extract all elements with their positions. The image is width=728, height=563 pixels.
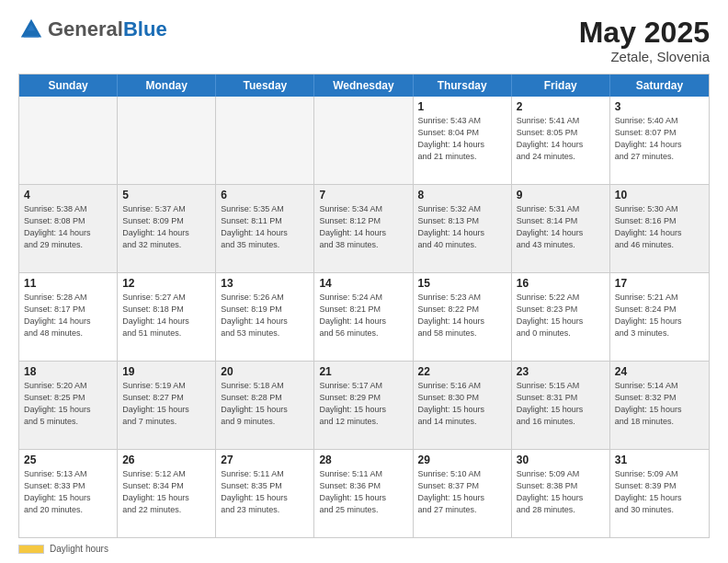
day-info: Sunrise: 5:40 AM Sunset: 8:07 PM Dayligh… <box>615 115 704 163</box>
day-cell-30: 30Sunrise: 5:09 AM Sunset: 8:38 PM Dayli… <box>512 450 610 537</box>
day-info: Sunrise: 5:12 AM Sunset: 8:34 PM Dayligh… <box>122 468 210 516</box>
day-number: 8 <box>418 189 506 201</box>
day-cell-25: 25Sunrise: 5:13 AM Sunset: 8:33 PM Dayli… <box>19 450 118 537</box>
day-number: 1 <box>418 100 506 113</box>
day-cell-19: 19Sunrise: 5:19 AM Sunset: 8:27 PM Dayli… <box>118 362 216 449</box>
day-number: 31 <box>615 454 704 466</box>
day-cell-2: 2Sunrise: 5:41 AM Sunset: 8:05 PM Daylig… <box>512 97 610 184</box>
day-info: Sunrise: 5:16 AM Sunset: 8:30 PM Dayligh… <box>418 380 506 428</box>
day-cell-11: 11Sunrise: 5:28 AM Sunset: 8:17 PM Dayli… <box>19 273 118 361</box>
day-cell-13: 13Sunrise: 5:26 AM Sunset: 8:19 PM Dayli… <box>216 273 314 361</box>
day-cell-7: 7Sunrise: 5:34 AM Sunset: 8:12 PM Daylig… <box>314 185 413 272</box>
day-number: 3 <box>615 100 704 113</box>
day-cell-28: 28Sunrise: 5:11 AM Sunset: 8:36 PM Dayli… <box>314 450 413 537</box>
day-info: Sunrise: 5:09 AM Sunset: 8:38 PM Dayligh… <box>517 468 605 516</box>
calendar-row-3: 11Sunrise: 5:28 AM Sunset: 8:17 PM Dayli… <box>19 272 709 361</box>
day-number: 13 <box>221 277 309 290</box>
day-info: Sunrise: 5:35 AM Sunset: 8:11 PM Dayligh… <box>221 203 309 251</box>
logo-general: General <box>48 17 123 40</box>
day-number: 7 <box>319 189 407 201</box>
day-cell-29: 29Sunrise: 5:10 AM Sunset: 8:37 PM Dayli… <box>414 450 512 537</box>
calendar-body: 1Sunrise: 5:43 AM Sunset: 8:04 PM Daylig… <box>19 97 709 537</box>
day-info: Sunrise: 5:28 AM Sunset: 8:17 PM Dayligh… <box>24 292 112 339</box>
day-info: Sunrise: 5:38 AM Sunset: 8:08 PM Dayligh… <box>24 203 112 251</box>
month-year: May 2025 <box>579 17 710 49</box>
day-number: 28 <box>319 454 407 466</box>
logo: GeneralBlue <box>18 17 167 42</box>
day-number: 25 <box>24 454 112 466</box>
svg-rect-2 <box>25 30 38 36</box>
day-cell-9: 9Sunrise: 5:31 AM Sunset: 8:14 PM Daylig… <box>512 185 610 272</box>
calendar-row-2: 4Sunrise: 5:38 AM Sunset: 8:08 PM Daylig… <box>19 184 709 272</box>
day-info: Sunrise: 5:37 AM Sunset: 8:09 PM Dayligh… <box>122 203 210 251</box>
day-cell-20: 20Sunrise: 5:18 AM Sunset: 8:28 PM Dayli… <box>216 362 314 449</box>
day-cell-8: 8Sunrise: 5:32 AM Sunset: 8:13 PM Daylig… <box>414 185 512 272</box>
day-info: Sunrise: 5:41 AM Sunset: 8:05 PM Dayligh… <box>517 115 605 163</box>
day-info: Sunrise: 5:11 AM Sunset: 8:35 PM Dayligh… <box>221 468 309 516</box>
day-info: Sunrise: 5:21 AM Sunset: 8:24 PM Dayligh… <box>615 292 704 339</box>
day-info: Sunrise: 5:18 AM Sunset: 8:28 PM Dayligh… <box>221 380 309 428</box>
day-cell-17: 17Sunrise: 5:21 AM Sunset: 8:24 PM Dayli… <box>610 273 709 361</box>
empty-cell <box>216 97 314 184</box>
day-cell-1: 1Sunrise: 5:43 AM Sunset: 8:04 PM Daylig… <box>414 97 512 184</box>
day-info: Sunrise: 5:32 AM Sunset: 8:13 PM Dayligh… <box>418 203 506 251</box>
day-number: 5 <box>122 189 210 201</box>
day-cell-16: 16Sunrise: 5:22 AM Sunset: 8:23 PM Dayli… <box>512 273 610 361</box>
day-number: 27 <box>221 454 309 466</box>
day-number: 29 <box>418 454 506 466</box>
location: Zetale, Slovenia <box>579 49 710 64</box>
day-number: 11 <box>24 277 112 290</box>
day-info: Sunrise: 5:23 AM Sunset: 8:22 PM Dayligh… <box>418 292 506 339</box>
day-info: Sunrise: 5:15 AM Sunset: 8:31 PM Dayligh… <box>517 380 605 428</box>
day-info: Sunrise: 5:14 AM Sunset: 8:32 PM Dayligh… <box>615 380 704 428</box>
day-number: 14 <box>319 277 407 290</box>
calendar-row-1: 1Sunrise: 5:43 AM Sunset: 8:04 PM Daylig… <box>19 97 709 184</box>
logo-blue: Blue <box>123 17 167 40</box>
day-cell-24: 24Sunrise: 5:14 AM Sunset: 8:32 PM Dayli… <box>610 362 709 449</box>
day-cell-14: 14Sunrise: 5:24 AM Sunset: 8:21 PM Dayli… <box>314 273 413 361</box>
day-info: Sunrise: 5:27 AM Sunset: 8:18 PM Dayligh… <box>122 292 210 339</box>
logo-icon <box>18 17 44 42</box>
day-cell-6: 6Sunrise: 5:35 AM Sunset: 8:11 PM Daylig… <box>216 185 314 272</box>
day-info: Sunrise: 5:09 AM Sunset: 8:39 PM Dayligh… <box>615 468 704 516</box>
calendar-header: SundayMondayTuesdayWednesdayThursdayFrid… <box>19 75 709 97</box>
day-number: 26 <box>122 454 210 466</box>
day-number: 12 <box>122 277 210 290</box>
day-number: 30 <box>517 454 605 466</box>
day-info: Sunrise: 5:43 AM Sunset: 8:04 PM Dayligh… <box>418 115 506 163</box>
day-number: 2 <box>517 100 605 113</box>
page: GeneralBlue May 2025 Zetale, Slovenia Su… <box>0 0 728 563</box>
day-number: 15 <box>418 277 506 290</box>
day-info: Sunrise: 5:22 AM Sunset: 8:23 PM Dayligh… <box>517 292 605 339</box>
day-cell-4: 4Sunrise: 5:38 AM Sunset: 8:08 PM Daylig… <box>19 185 118 272</box>
day-number: 10 <box>615 189 704 201</box>
weekday-header-thursday: Thursday <box>414 75 512 97</box>
weekday-header-monday: Monday <box>118 75 216 97</box>
day-info: Sunrise: 5:10 AM Sunset: 8:37 PM Dayligh… <box>418 468 506 516</box>
day-number: 9 <box>517 189 605 201</box>
day-number: 17 <box>615 277 704 290</box>
day-cell-5: 5Sunrise: 5:37 AM Sunset: 8:09 PM Daylig… <box>118 185 216 272</box>
weekday-header-sunday: Sunday <box>19 75 118 97</box>
weekday-header-friday: Friday <box>512 75 610 97</box>
weekday-header-tuesday: Tuesday <box>216 75 314 97</box>
daylight-label: Daylight hours <box>50 544 108 554</box>
day-number: 4 <box>24 189 112 201</box>
header: GeneralBlue May 2025 Zetale, Slovenia <box>18 17 710 64</box>
day-info: Sunrise: 5:26 AM Sunset: 8:19 PM Dayligh… <box>221 292 309 339</box>
day-number: 18 <box>24 365 112 378</box>
calendar-row-4: 18Sunrise: 5:20 AM Sunset: 8:25 PM Dayli… <box>19 361 709 449</box>
daylight-bar-icon <box>18 545 44 554</box>
day-info: Sunrise: 5:20 AM Sunset: 8:25 PM Dayligh… <box>24 380 112 428</box>
day-number: 6 <box>221 189 309 201</box>
day-cell-15: 15Sunrise: 5:23 AM Sunset: 8:22 PM Dayli… <box>414 273 512 361</box>
day-cell-21: 21Sunrise: 5:17 AM Sunset: 8:29 PM Dayli… <box>314 362 413 449</box>
day-number: 22 <box>418 365 506 378</box>
empty-cell <box>314 97 413 184</box>
weekday-header-wednesday: Wednesday <box>314 75 413 97</box>
day-info: Sunrise: 5:11 AM Sunset: 8:36 PM Dayligh… <box>319 468 407 516</box>
day-info: Sunrise: 5:34 AM Sunset: 8:12 PM Dayligh… <box>319 203 407 251</box>
title-block: May 2025 Zetale, Slovenia <box>579 17 710 64</box>
calendar-row-5: 25Sunrise: 5:13 AM Sunset: 8:33 PM Dayli… <box>19 449 709 537</box>
day-cell-26: 26Sunrise: 5:12 AM Sunset: 8:34 PM Dayli… <box>118 450 216 537</box>
